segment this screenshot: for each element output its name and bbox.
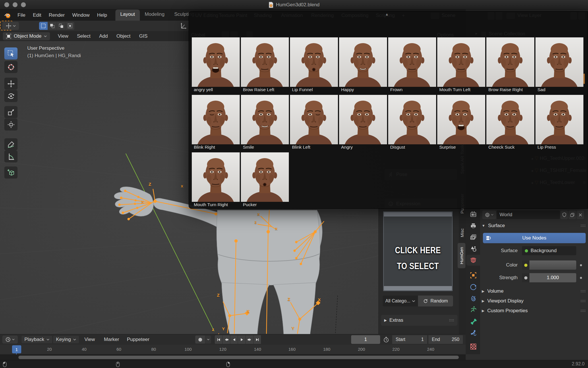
timeline-menu-dropdown[interactable]: Keying [53, 336, 79, 344]
keying-popover-button[interactable] [205, 336, 211, 344]
menu-item[interactable]: Help [93, 12, 111, 18]
expression-cell[interactable]: Brow Raise Left [241, 37, 289, 93]
menu-item[interactable]: Render [45, 12, 69, 18]
expression-thumbnail[interactable] [388, 95, 436, 144]
menu-item[interactable]: Edit [29, 12, 45, 18]
category-dropdown[interactable]: All Catego... [383, 296, 418, 306]
animate-dot-icon[interactable] [580, 277, 582, 279]
expression-cell[interactable]: Mouth Turn Left [437, 37, 485, 93]
expression-thumbnail[interactable] [192, 95, 240, 144]
expression-preview-box[interactable]: CLICK HERE TO SELECT [383, 211, 453, 292]
properties-tab[interactable] [466, 282, 480, 293]
properties-tab[interactable] [466, 220, 480, 231]
toolbar-tool-button[interactable] [4, 118, 18, 131]
timeline-menu-item[interactable]: Marker [104, 336, 119, 344]
expression-cell[interactable]: Lip Press [535, 95, 583, 150]
viewport-menu-item[interactable]: GIS [135, 33, 152, 39]
expression-thumbnail[interactable] [241, 95, 289, 144]
expression-cell[interactable]: Blink Right [192, 95, 240, 150]
toolbar-tool-button[interactable] [4, 78, 18, 90]
expression-thumbnail[interactable] [437, 37, 485, 87]
properties-tab[interactable] [466, 316, 480, 327]
strength-socket-chip[interactable] [522, 273, 529, 282]
use-nodes-button[interactable]: Use Nodes [483, 233, 586, 243]
expression-thumbnail[interactable] [388, 37, 436, 87]
active-tool-dropdown[interactable] [2, 22, 19, 30]
toolbar-tool-button[interactable] [4, 166, 18, 179]
collapsed-panel-header[interactable]: ▶ Volume [482, 287, 586, 296]
expression-cell[interactable]: Angry [339, 95, 387, 150]
expression-cell[interactable]: Pucker [241, 152, 289, 208]
expression-cell[interactable]: Sad [535, 37, 583, 93]
expression-cell[interactable]: Happy [339, 37, 387, 93]
strength-slider[interactable]: 1.000 [529, 273, 576, 282]
expression-cell[interactable]: angry yell [192, 37, 240, 93]
transform-orientation-icon[interactable] [180, 22, 187, 30]
expression-thumbnail[interactable] [290, 37, 338, 87]
color-swatch-field[interactable] [529, 260, 576, 270]
object-mode-dropdown[interactable]: Object Mode [3, 32, 50, 40]
expression-thumbnail[interactable] [290, 95, 338, 144]
expression-thumbnail[interactable] [486, 95, 534, 144]
surface-background-dropdown[interactable]: Background [522, 246, 576, 255]
properties-tab[interactable] [466, 209, 480, 220]
expression-thumbnail[interactable] [437, 95, 485, 144]
viewport-menu-item[interactable]: Add [95, 33, 112, 39]
extras-panel-header[interactable]: ▶ Extras [381, 315, 457, 326]
expression-cell[interactable]: Mouth Turn Right [192, 152, 240, 208]
expression-cell[interactable]: Frown [388, 37, 436, 93]
workspace-tab[interactable]: Modeling [140, 9, 169, 21]
random-button[interactable]: Random [418, 296, 453, 306]
world-name-field[interactable]: World [497, 210, 560, 219]
expression-thumbnail[interactable] [192, 152, 240, 202]
world-datablock-dropdown[interactable] [482, 210, 496, 219]
toolbar-tool-button[interactable] [4, 150, 18, 162]
collapsed-panel-header[interactable]: ▶ Custom Properties [482, 306, 586, 315]
expression-cell[interactable]: Brow Raise Right [486, 37, 534, 93]
viewport-menu-item[interactable]: View [53, 33, 73, 39]
timeline-menu-item[interactable]: Puppeteer [127, 336, 149, 344]
popup-scrollbar[interactable] [583, 74, 585, 84]
auto-keying-record-button[interactable] [195, 336, 205, 344]
toolbar-tool-button[interactable] [4, 90, 18, 102]
timeline-menu-dropdown[interactable]: Playback [21, 336, 53, 344]
current-frame-field[interactable]: 1 [351, 335, 380, 344]
viewport-menu-item[interactable]: Select [73, 33, 95, 39]
expression-thumbnail[interactable] [486, 37, 534, 87]
select-mode-intersect-button[interactable] [66, 22, 74, 30]
playback-button[interactable] [254, 335, 261, 344]
sidebar-tab-misc[interactable]: Misc [458, 225, 466, 241]
expression-thumbnail[interactable] [339, 37, 387, 87]
menu-item[interactable]: File [14, 12, 29, 18]
animate-dot-icon[interactable] [580, 264, 582, 266]
select-mode-subtract-button[interactable] [57, 22, 65, 30]
expression-thumbnail[interactable] [535, 95, 583, 144]
select-mode-new-button[interactable] [39, 22, 48, 30]
properties-tab[interactable] [466, 293, 480, 304]
properties-tab[interactable] [466, 341, 480, 352]
fake-user-shield-button[interactable] [560, 210, 568, 219]
sidebar-tab-humgen[interactable]: HumGen [458, 243, 465, 268]
toolbar-tool-button[interactable] [4, 138, 18, 150]
color-socket-chip[interactable] [522, 260, 529, 270]
expression-thumbnail[interactable] [241, 152, 289, 202]
timeline-menu-item[interactable]: View [84, 336, 95, 344]
properties-tab[interactable] [466, 232, 480, 243]
select-mode-extend-button[interactable] [48, 22, 57, 30]
current-frame-badge[interactable]: 1 [12, 345, 21, 353]
playback-button[interactable] [230, 335, 238, 344]
expression-thumbnail[interactable] [535, 37, 583, 87]
unlink-button[interactable] [577, 210, 584, 219]
timeline-ruler[interactable]: 20406080100120140160180200220240 [0, 345, 466, 354]
properties-tab[interactable] [466, 327, 480, 338]
playback-button[interactable] [246, 335, 253, 344]
expression-cell[interactable]: Lip Funnel [290, 37, 338, 93]
frame-end-field[interactable]: End250 [428, 335, 463, 344]
collapsed-panel-header[interactable]: ▶ Viewport Display [482, 297, 586, 305]
editor-type-dropdown[interactable] [2, 336, 18, 344]
properties-tab[interactable] [466, 304, 480, 315]
workspace-tab[interactable]: Layout [115, 9, 140, 21]
expression-thumbnail[interactable] [241, 37, 289, 87]
playback-button[interactable] [215, 335, 222, 344]
expression-cell[interactable]: Cheeck Suck [486, 95, 534, 150]
